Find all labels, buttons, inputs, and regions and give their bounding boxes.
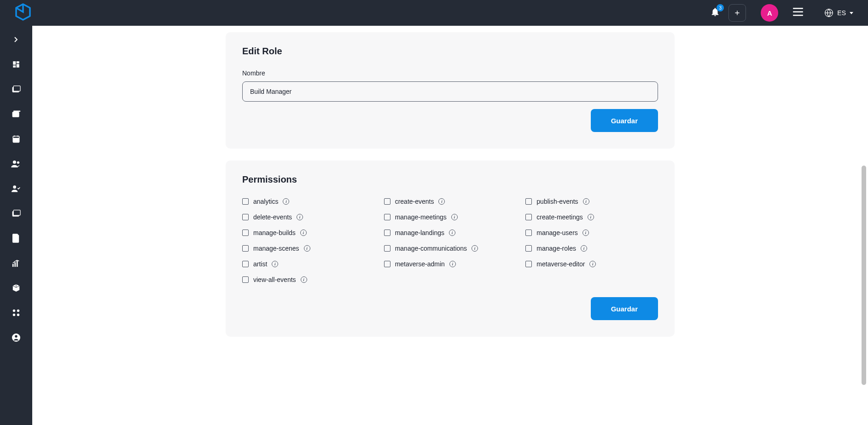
info-icon[interactable] [449, 261, 456, 267]
sidebar-item-library[interactable] [11, 109, 22, 120]
permission-label: manage-roles [536, 245, 576, 252]
svg-point-23 [17, 310, 19, 312]
permission-item: manage-users [525, 229, 658, 236]
svg-rect-21 [17, 261, 18, 267]
permission-checkbox[interactable] [384, 198, 390, 205]
scrollbar-thumb[interactable] [862, 166, 866, 385]
info-icon[interactable] [301, 276, 307, 283]
add-button[interactable] [728, 4, 746, 22]
permission-label: manage-communications [395, 245, 467, 252]
apps-icon [12, 309, 20, 317]
svg-point-22 [13, 310, 15, 312]
sidebar-item-user-check[interactable] [11, 183, 22, 194]
permission-item: manage-roles [525, 245, 658, 252]
menu-toggle[interactable] [793, 8, 803, 18]
sidebar-item-analytics[interactable] [11, 258, 22, 269]
users-icon [11, 160, 21, 167]
info-icon[interactable] [588, 214, 594, 220]
sidebar-item-calendar[interactable] [11, 133, 22, 144]
sidebar-item-dashboard[interactable] [11, 59, 22, 70]
svg-point-24 [13, 314, 15, 316]
permission-checkbox[interactable] [525, 261, 532, 267]
language-selector[interactable]: ES [824, 8, 853, 17]
permission-item: manage-scenes [242, 245, 375, 252]
scrollbar[interactable] [861, 26, 867, 425]
globe-icon [824, 8, 833, 17]
svg-rect-18 [13, 210, 20, 216]
svg-rect-19 [12, 264, 14, 267]
chevron-right-icon [14, 36, 18, 43]
info-icon[interactable] [438, 198, 445, 205]
info-icon[interactable] [272, 261, 278, 267]
permission-checkbox[interactable] [384, 261, 390, 267]
info-icon[interactable] [583, 230, 589, 236]
library-icon [12, 110, 21, 118]
notifications-button[interactable]: 3 [710, 7, 720, 19]
info-icon[interactable] [451, 214, 458, 220]
permission-checkbox[interactable] [525, 198, 532, 205]
sidebar-item-builds[interactable] [11, 282, 22, 293]
app-header: 3 A ES [0, 0, 868, 26]
image-stack-icon [12, 85, 21, 93]
user-avatar[interactable]: A [761, 4, 778, 22]
info-icon[interactable] [304, 245, 310, 252]
permission-checkbox[interactable] [242, 214, 249, 220]
permission-checkbox[interactable] [525, 214, 532, 220]
info-icon[interactable] [583, 198, 589, 205]
svg-point-16 [13, 185, 16, 189]
permission-checkbox[interactable] [242, 198, 249, 205]
app-logo[interactable] [14, 4, 32, 22]
svg-rect-7 [12, 112, 19, 117]
info-icon[interactable] [300, 230, 307, 236]
chart-icon [12, 259, 20, 267]
permission-item: create-events [384, 198, 517, 205]
save-permissions-button[interactable]: Guardar [591, 297, 658, 320]
permission-checkbox[interactable] [242, 261, 249, 267]
account-circle-icon [12, 333, 20, 342]
permission-label: metaverse-admin [395, 260, 445, 268]
sidebar-item-photos[interactable] [11, 208, 22, 219]
sidebar-item-apps[interactable] [11, 307, 22, 318]
permission-checkbox[interactable] [384, 214, 390, 220]
sidebar-nav [0, 26, 32, 425]
permission-checkbox[interactable] [384, 230, 390, 236]
info-icon[interactable] [283, 198, 289, 205]
permission-item: manage-landings [384, 229, 517, 236]
language-code: ES [837, 9, 846, 17]
edit-role-title: Edit Role [242, 46, 658, 57]
info-icon[interactable] [449, 230, 455, 236]
save-role-button[interactable]: Guardar [591, 109, 658, 132]
permission-item: manage-communications [384, 245, 517, 252]
permission-label: publish-events [536, 198, 578, 205]
info-icon[interactable] [472, 245, 478, 252]
sidebar-item-account[interactable] [11, 332, 22, 343]
permission-checkbox[interactable] [525, 230, 532, 236]
user-check-icon [12, 185, 21, 192]
cube-icon [12, 284, 20, 292]
permission-label: manage-builds [253, 229, 296, 236]
sidebar-expand[interactable] [11, 34, 22, 45]
svg-rect-20 [14, 262, 16, 267]
permission-checkbox[interactable] [242, 276, 249, 283]
permission-checkbox[interactable] [242, 230, 249, 236]
permissions-title: Permissions [242, 174, 658, 185]
sidebar-item-users[interactable] [11, 158, 22, 169]
permission-label: manage-landings [395, 229, 444, 236]
permission-checkbox[interactable] [525, 245, 532, 252]
permission-checkbox[interactable] [242, 245, 249, 252]
sidebar-item-documents[interactable] [11, 233, 22, 244]
role-name-input[interactable] [242, 81, 658, 102]
info-icon[interactable] [589, 261, 596, 267]
permission-checkbox[interactable] [384, 245, 390, 252]
info-icon[interactable] [581, 245, 587, 252]
permission-item: create-meetings [525, 213, 658, 221]
dashboard-icon [12, 60, 20, 69]
permission-item: delete-events [242, 213, 375, 221]
calendar-icon [12, 135, 20, 143]
permission-item: metaverse-admin [384, 260, 517, 268]
permission-label: delete-events [253, 213, 292, 221]
permission-item: analytics [242, 198, 375, 205]
info-icon[interactable] [297, 214, 303, 220]
permission-item: metaverse-editor [525, 260, 658, 268]
sidebar-item-media[interactable] [11, 84, 22, 95]
